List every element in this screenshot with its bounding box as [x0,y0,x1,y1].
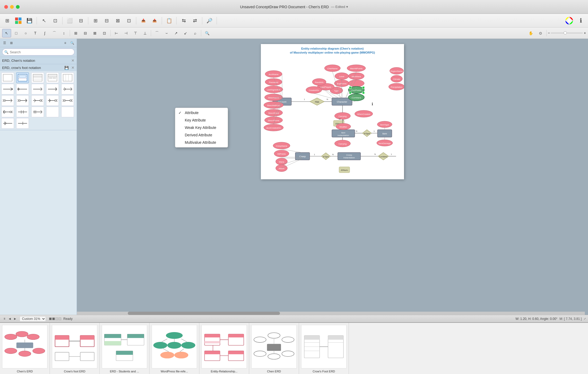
ctx-multivalue-attribute-item[interactable]: Multivalue Attribute [175,139,228,146]
shape-item[interactable] [61,72,74,83]
hand-tool-button[interactable]: ✋ [526,29,536,37]
shape-item[interactable] [16,118,29,129]
table-tool-button[interactable]: ⊞ [71,29,80,37]
thumbnail-crows-foot-erd[interactable]: Crow's Foot ERD [299,323,349,374]
rect-tool-button[interactable]: □ [12,29,21,37]
shape-item[interactable] [1,118,14,129]
shape-item[interactable] [61,95,74,106]
connector4-button[interactable]: ⊣ [121,29,130,37]
canvas-area[interactable]: Entity-relationship diagram (Chen's nota… [77,39,588,315]
action1-button[interactable]: ⇆ [179,16,189,26]
sidebar-list-view-icon[interactable]: ☰ [2,40,7,46]
connector2-button[interactable]: ↕ [59,29,68,37]
connect4-button[interactable]: ⊡ [124,16,134,26]
color-swatch-button[interactable] [13,16,23,26]
close-button[interactable] [4,5,8,9]
shape-item[interactable] [46,95,59,106]
shape-item[interactable] [16,84,29,94]
zoom-out-button[interactable]: 🔍 [203,29,212,37]
resources-button[interactable]: 📋 [164,16,174,26]
shape-item-selected[interactable] [16,72,29,83]
eyedropper-button[interactable]: ⊙ [536,29,545,37]
info-button[interactable]: ℹ [576,16,586,26]
ctx-key-attribute-item[interactable]: Key Attribute [175,116,228,124]
shape2-button[interactable]: ⊟ [76,16,86,26]
connector6-button[interactable]: ⊥ [141,29,150,37]
connect-line-button[interactable]: ⌒ [50,29,59,37]
thumbnail-wordpress-erd[interactable]: WordPress file-refe... [150,323,199,374]
connector3-button[interactable]: ⊢ [112,29,121,37]
curve3-button[interactable]: ↗ [172,29,181,37]
group-h-button[interactable]: ⊡ [100,29,109,37]
thumbnail-crows-erd[interactable]: Crow's foot ERD [50,323,100,374]
erd-diagram-svg[interactable]: Account AcctName Password LastSignedOn S… [261,55,404,175]
lib-section-header-crow[interactable]: ERD, crow's foot notation 💾 ✕ [0,64,77,71]
lib-save-crow-button[interactable]: 💾 [64,66,69,70]
thumbnail-chen-erd[interactable]: Chen ERD [249,323,299,374]
ctx-attribute-item[interactable]: Attribute [175,109,228,116]
prev-button[interactable]: ◀ [7,316,12,321]
ctx-derived-attribute-item[interactable]: Derived Attribute [175,131,228,139]
save-button[interactable]: 💾 [24,16,34,26]
ellipse-tool-button[interactable]: ○ [21,29,30,37]
shape-item[interactable] [1,84,14,94]
shape-item[interactable] [31,84,44,94]
shape-item[interactable] [46,107,59,117]
split-v-button[interactable]: ⊠ [90,29,99,37]
shape-item[interactable] [46,84,59,94]
shape-item[interactable] [61,84,74,94]
split-h-button[interactable]: ⊟ [81,29,90,37]
select-arrow-button[interactable]: ↖ [2,29,11,37]
zoom-slider[interactable] [551,33,583,33]
ctx-weak-key-attribute-item[interactable]: Weak Key Attribute [175,124,228,131]
curve4-button[interactable]: ↙ [181,29,190,37]
layout-button[interactable]: ⊡ [50,16,60,26]
shape-item[interactable] [61,107,74,117]
action2-button[interactable]: ⇄ [190,16,200,26]
zoom-plus-icon[interactable]: + [584,31,586,35]
shape-item[interactable] [1,107,14,117]
arrow-tool-button[interactable]: ↖ [39,16,49,26]
lib-close-crow-button[interactable]: ✕ [71,66,74,70]
shape-item[interactable] [31,95,44,106]
connect2-button[interactable]: ⊟ [102,16,112,26]
shape-item[interactable] [16,107,29,117]
grid-view-button[interactable]: ⊞ [2,16,12,26]
thumbnail-entity-relationship[interactable]: Entity-Relationship... [199,323,249,374]
export-button[interactable]: 📤 [150,16,160,26]
sidebar-grid-view-icon[interactable]: ⊞ [8,40,14,46]
connect1-button[interactable]: ⊞ [90,16,100,26]
search-input[interactable] [2,49,74,55]
expand-icon[interactable]: ⤢ [584,317,586,320]
shape1-button[interactable]: ⬜ [65,16,75,26]
thumbnail-students-erd[interactable]: ERD - Students and ... [100,323,150,374]
lib-section-header-chen[interactable]: ERD, Chen's notation ✕ [0,57,77,64]
inspector-button[interactable]: 🔎 [204,16,214,26]
text-tool-button[interactable]: T [31,29,40,37]
h-scroll-thumb[interactable] [128,312,280,315]
bezier-tool-button[interactable]: ∫ [40,29,49,37]
next-button[interactable]: ▶ [13,316,17,321]
sidebar-search-icon[interactable]: 🔍 [69,40,75,46]
minimize-button[interactable] [10,5,14,9]
shape-item[interactable] [16,95,29,106]
zoom-select[interactable]: Custom 31% 25% 50% 75% 100% [20,316,46,321]
shape-item[interactable] [46,72,59,83]
shape-item[interactable] [31,107,44,117]
shape-item[interactable] [1,95,14,106]
connector5-button[interactable]: ⊤ [131,29,140,37]
zoom-minus-icon[interactable]: − [548,31,550,35]
color-wheel-button[interactable] [564,15,575,26]
import-button[interactable]: 📥 [138,16,148,26]
pause-button[interactable]: ⏸ [2,316,7,321]
maximize-button[interactable] [16,5,20,9]
lib-close-chen-button[interactable]: ✕ [71,58,74,63]
connect3-button[interactable]: ⊠ [113,16,123,26]
shape-item[interactable] [1,72,14,83]
curve2-button[interactable]: ⌣ [162,29,171,37]
thumbnail-chens-erd[interactable]: Chen's ERD [0,323,50,374]
curve1-button[interactable]: ⌒ [152,29,161,37]
shape-item[interactable] [31,72,44,83]
horizontal-scrollbar[interactable] [77,312,585,315]
sidebar-list-view2-icon[interactable]: ≡ [62,40,68,46]
